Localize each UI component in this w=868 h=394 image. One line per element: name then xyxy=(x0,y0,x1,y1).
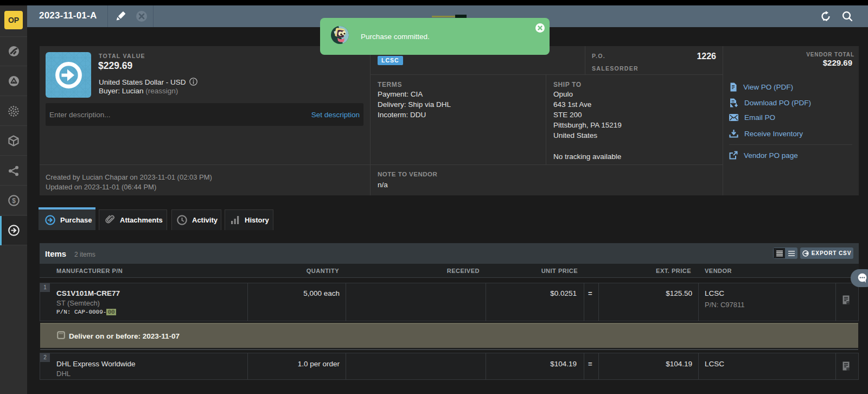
svg-text:$: $ xyxy=(12,197,16,205)
